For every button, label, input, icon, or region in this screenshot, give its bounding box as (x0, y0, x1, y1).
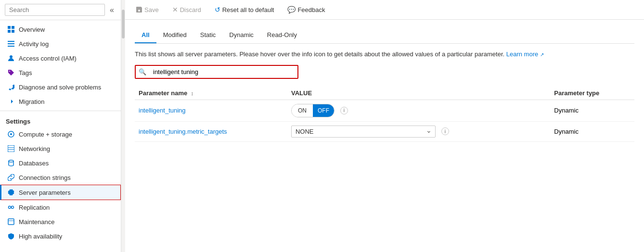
sidebar-item-maintenance-label: Maintenance (19, 218, 54, 226)
svg-rect-10 (8, 145, 14, 152)
metric-targets-select-wrap: NONE (291, 126, 436, 138)
sidebar: « Overview Activity log (0, 0, 121, 252)
settings-section-label: Settings (0, 113, 121, 127)
metric-targets-select[interactable]: NONE (291, 126, 436, 138)
info-icon-row1[interactable]: i (340, 107, 348, 114)
person-icon (7, 54, 15, 62)
sidebar-item-databases-label: Databases (19, 160, 49, 167)
sidebar-item-databases[interactable]: Databases (0, 156, 121, 170)
migration-icon (7, 98, 15, 105)
storage-icon (7, 130, 15, 138)
sidebar-scrollbar-thumb[interactable] (122, 10, 125, 38)
nav-divider (0, 111, 121, 111)
search-icon: 🔍 (136, 68, 149, 76)
param-type-row1: Dynamic (554, 107, 579, 114)
discard-icon: ✕ (172, 6, 178, 13)
param-link-intelligent-tuning[interactable]: intelligent_tuning (139, 107, 186, 114)
sidebar-item-high-availability[interactable]: High availability (0, 229, 121, 243)
param-link-metric-targets[interactable]: intelligent_tuning.metric_targets (139, 128, 227, 135)
info-text: This list shows all server parameters. P… (135, 50, 634, 59)
parameter-search-box[interactable]: 🔍 (135, 65, 298, 79)
svg-point-13 (9, 160, 13, 162)
replication-icon (7, 203, 15, 211)
discard-button[interactable]: ✕ Discard (169, 4, 204, 15)
reset-label: Reset all to default (222, 6, 274, 13)
sidebar-item-tags[interactable]: Tags (0, 65, 121, 80)
wrench-icon (7, 83, 15, 91)
external-link-icon: ↗ (540, 52, 544, 57)
database-icon (7, 159, 15, 167)
tab-read-only[interactable]: Read-Only (260, 27, 304, 43)
sidebar-item-high-availability-label: High availability (19, 233, 62, 240)
feedback-icon: 💬 (287, 6, 296, 13)
svg-point-15 (12, 206, 14, 209)
toggle-off-option[interactable]: OFF (313, 104, 334, 117)
network-icon (7, 145, 15, 152)
sidebar-item-access-control[interactable]: Access control (IAM) (0, 51, 121, 65)
sidebar-search-input[interactable] (5, 4, 105, 16)
tab-all[interactable]: All (135, 27, 156, 43)
list-icon (7, 40, 15, 48)
save-icon (136, 6, 142, 13)
link-icon (7, 174, 15, 181)
shield-icon (7, 232, 15, 240)
param-type-row2: Dynamic (554, 128, 579, 135)
sidebar-item-compute-storage[interactable]: Compute + storage (0, 127, 121, 141)
table-row: intelligent_tuning.metric_targets NONE i (135, 121, 634, 141)
svg-rect-2 (8, 30, 11, 33)
sidebar-item-networking[interactable]: Networking (0, 141, 121, 156)
parameters-table: Parameter name ↕ VALUE Parameter type in… (135, 87, 634, 142)
main-content: Save ✕ Discard ↺ Reset all to default 💬 … (125, 0, 644, 252)
svg-rect-17 (8, 219, 14, 225)
col-header-type: Parameter type (550, 87, 634, 100)
sidebar-item-replication[interactable]: Replication (0, 200, 121, 214)
feedback-button[interactable]: 💬 Feedback (284, 4, 328, 15)
sidebar-item-compute-storage-label: Compute + storage (19, 131, 72, 138)
sidebar-nav: Overview Activity log Access control (IA… (0, 20, 121, 252)
sidebar-item-access-control-label: Access control (IAM) (19, 55, 77, 62)
sidebar-search-area: « (0, 0, 121, 20)
sidebar-item-activity-log-label: Activity log (19, 40, 49, 48)
svg-rect-3 (12, 30, 14, 33)
save-button[interactable]: Save (133, 4, 162, 15)
reset-button[interactable]: ↺ Reset all to default (212, 4, 277, 15)
svg-rect-4 (8, 41, 14, 42)
gear-icon (7, 189, 15, 196)
sidebar-item-migration-label: Migration (19, 98, 44, 105)
reset-icon: ↺ (215, 6, 220, 13)
learn-more-link[interactable]: Learn more ↗ (506, 50, 544, 58)
toggle-intelligent-tuning[interactable]: ON OFF (291, 104, 335, 117)
sidebar-item-overview-label: Overview (19, 26, 45, 33)
sidebar-item-networking-label: Networking (19, 145, 50, 152)
sidebar-collapse-button[interactable]: « (108, 6, 116, 14)
toggle-on-option[interactable]: ON (292, 104, 313, 117)
sidebar-scrollbar[interactable] (121, 0, 125, 252)
svg-point-7 (10, 55, 13, 58)
save-label: Save (144, 6, 159, 13)
sidebar-item-diagnose-label: Diagnose and solve problems (19, 84, 101, 91)
sidebar-item-replication-label: Replication (19, 204, 50, 211)
tab-modified[interactable]: Modified (156, 27, 193, 43)
sidebar-item-migration[interactable]: Migration (0, 94, 121, 109)
sidebar-item-diagnose[interactable]: Diagnose and solve problems (0, 80, 121, 94)
sidebar-item-activity-log[interactable]: Activity log (0, 37, 121, 51)
feedback-label: Feedback (297, 6, 325, 13)
svg-rect-1 (12, 26, 14, 29)
sort-icon[interactable]: ↕ (191, 90, 194, 96)
svg-point-9 (10, 133, 12, 135)
grid-icon (7, 25, 15, 33)
sidebar-item-connection-strings[interactable]: Connection strings (0, 170, 121, 185)
tab-dynamic[interactable]: Dynamic (222, 27, 260, 43)
info-text-content: This list shows all server parameters. P… (135, 50, 504, 58)
parameter-search-input[interactable] (149, 66, 297, 78)
tabs-bar: All Modified Static Dynamic Read-Only (135, 27, 634, 44)
sidebar-item-server-parameters[interactable]: Server parameters (0, 185, 121, 200)
tag-icon (7, 69, 15, 76)
svg-rect-0 (8, 26, 11, 29)
sidebar-item-overview[interactable]: Overview (0, 22, 121, 37)
col-header-value: VALUE (287, 87, 550, 100)
info-icon-row2[interactable]: i (441, 127, 449, 135)
sidebar-item-maintenance[interactable]: Maintenance (0, 214, 121, 229)
tab-static[interactable]: Static (193, 27, 223, 43)
content-area: All Modified Static Dynamic Read-Only Th… (125, 20, 644, 252)
